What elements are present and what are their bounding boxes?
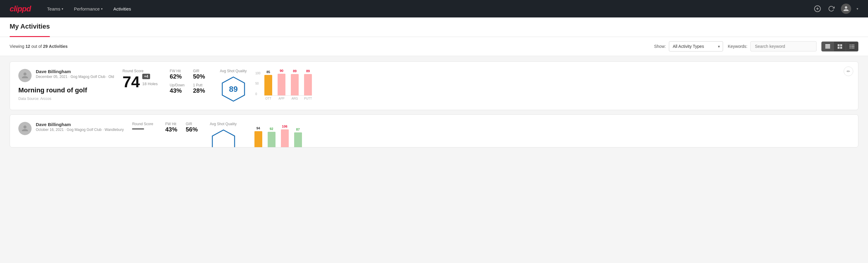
svg-rect-10 <box>840 47 842 49</box>
show-label: Show: <box>654 44 666 49</box>
gir-stat: GIR 50% <box>193 69 208 80</box>
svg-rect-11 <box>850 45 850 46</box>
card2-bar-ott-value: 94 <box>256 126 260 130</box>
view-toggle <box>822 41 858 52</box>
viewing-count-text: Viewing 12 out of 29 Activities <box>10 44 649 49</box>
score-number: 74 <box>122 74 140 90</box>
hexagon-value: 89 <box>229 85 238 94</box>
bar-x-labels: OTT APP ARG PUTT <box>265 97 312 100</box>
user2-date: October 16, 2021 · Gog Magog Golf Club ·… <box>36 127 124 132</box>
edit-button[interactable]: ✏ <box>844 66 853 76</box>
card2-bar-app-value: 92 <box>270 127 273 130</box>
user2-name: Dave Billingham <box>36 122 124 127</box>
user-details: Dave Billingham December 05, 2021 · Gog … <box>36 69 114 82</box>
keywords-label: Keywords: <box>728 44 747 49</box>
fw-hit-label: FW Hit <box>169 69 184 73</box>
activity-card: ✏ Dave Billingham December 05, 2021 · Go… <box>10 61 858 110</box>
card2-bar-arg-value: 106 <box>282 124 287 128</box>
gir-value: 50% <box>193 73 208 80</box>
activity-type-select[interactable]: All Activity Types <box>669 41 723 52</box>
card-stats: Round Score 74 +4 18 Holes FW Hit 62% <box>122 69 850 103</box>
x-label-putt: PUTT <box>304 97 312 100</box>
show-filter-group: Show: All Activity Types <box>654 41 723 52</box>
keyword-filter-group: Keywords: <box>728 41 816 52</box>
view-list-dense-button[interactable] <box>822 42 834 51</box>
card2-gir-value: 56% <box>186 126 197 133</box>
nav-performance[interactable]: Performance ▾ <box>70 4 107 14</box>
svg-rect-6 <box>825 48 830 49</box>
card2-shot-quality-label: Avg Shot Quality <box>210 122 237 126</box>
x-label-arg: ARG <box>291 97 299 100</box>
svg-rect-12 <box>851 45 855 45</box>
user-avatar-nav[interactable] <box>841 4 851 14</box>
fw-hit-stat: FW Hit 62% <box>169 69 184 80</box>
card2-bar-arg-body <box>281 129 289 147</box>
activity-title: Morning round of golf <box>18 86 114 94</box>
svg-rect-8 <box>840 44 842 46</box>
view-list-button[interactable] <box>846 42 858 51</box>
y-label-100: 100 <box>255 71 260 75</box>
updown-stat: Up/Down 43% <box>169 83 184 94</box>
bar-app: 90 <box>278 74 285 95</box>
bar-ott: 85 <box>265 75 272 95</box>
activity-card-2: Dave Billingham October 16, 2021 · Gog M… <box>10 114 858 147</box>
shot-quality-label: Avg Shot Quality <box>220 69 247 73</box>
logo[interactable]: clippd <box>10 4 31 13</box>
card-user-section: Dave Billingham December 05, 2021 · Gog … <box>18 69 114 103</box>
page-title: My Activities <box>10 23 50 32</box>
card2-shot-quality-section: Avg Shot Quality <box>210 122 237 147</box>
svg-rect-14 <box>851 46 855 47</box>
user2-details: Dave Billingham October 16, 2021 · Gog M… <box>36 122 124 135</box>
user-name: Dave Billingham <box>36 69 114 74</box>
fw-hit-value: 62% <box>169 73 184 80</box>
card2-stat-grid: FW Hit 43% GIR 56% <box>165 122 197 133</box>
score-badge: +4 <box>142 74 150 79</box>
hexagon-score: 89 <box>220 76 247 103</box>
svg-marker-18 <box>212 130 235 147</box>
updown-value: 43% <box>169 87 184 94</box>
activity-type-select-wrapper[interactable]: All Activity Types <box>669 41 723 52</box>
add-icon[interactable] <box>813 4 822 13</box>
svg-rect-4 <box>825 46 830 46</box>
card2-bar-putt: 87 <box>294 133 302 147</box>
score-holes: 18 Holes <box>142 82 158 86</box>
shot-quality-section: Avg Shot Quality 89 <box>220 69 247 103</box>
svg-rect-7 <box>838 44 840 46</box>
bar-putt-body <box>304 74 312 95</box>
page-header: My Activities <box>0 18 868 37</box>
nav-teams[interactable]: Teams ▾ <box>43 4 67 14</box>
refresh-icon[interactable] <box>827 4 836 13</box>
card2-fw-hit-label: FW Hit <box>165 122 177 126</box>
card2-bar-app-body <box>268 132 276 147</box>
viewing-shown: 12 <box>26 44 30 49</box>
user-avatar <box>18 69 32 82</box>
bar-ott-value: 85 <box>267 70 270 74</box>
bar-app-body <box>278 74 285 95</box>
bar-arg-body <box>291 74 299 95</box>
score-big: 74 +4 18 Holes <box>122 74 158 90</box>
svg-rect-3 <box>825 44 830 45</box>
card2-bar-putt-body <box>294 133 302 147</box>
performance-chevron-icon: ▾ <box>101 7 102 10</box>
view-grid-button[interactable] <box>834 42 846 51</box>
card2-round-score-label: Round Score <box>132 122 153 126</box>
round-score-label: Round Score <box>122 69 158 73</box>
teams-chevron-icon: ▾ <box>62 7 63 10</box>
keyword-input[interactable] <box>750 41 816 52</box>
bar-putt: 89 <box>304 74 312 95</box>
user-date: December 05, 2021 · Gog Magog Golf Club … <box>36 75 114 79</box>
main-nav: clippd Teams ▾ Performance ▾ Activities <box>0 0 868 18</box>
y-label-0: 0 <box>255 92 260 96</box>
one-putt-value: 28% <box>193 87 208 94</box>
card2-fw-hit-value: 43% <box>165 126 177 133</box>
avatar-chevron-icon[interactable]: ▾ <box>857 7 858 11</box>
card2-bar-arg: 106 <box>281 129 289 147</box>
bar-arg: 89 <box>291 74 299 95</box>
bar-app-value: 90 <box>280 69 283 72</box>
nav-activities[interactable]: Activities <box>109 4 135 14</box>
x-label-app: APP <box>278 97 285 100</box>
svg-rect-9 <box>838 47 840 49</box>
stat-grid: FW Hit 62% GIR 50% Up/Down 43% 1 Putt 28… <box>169 69 208 94</box>
bar-arg-value: 89 <box>293 69 297 73</box>
card-content: Dave Billingham December 05, 2021 · Gog … <box>18 69 850 103</box>
